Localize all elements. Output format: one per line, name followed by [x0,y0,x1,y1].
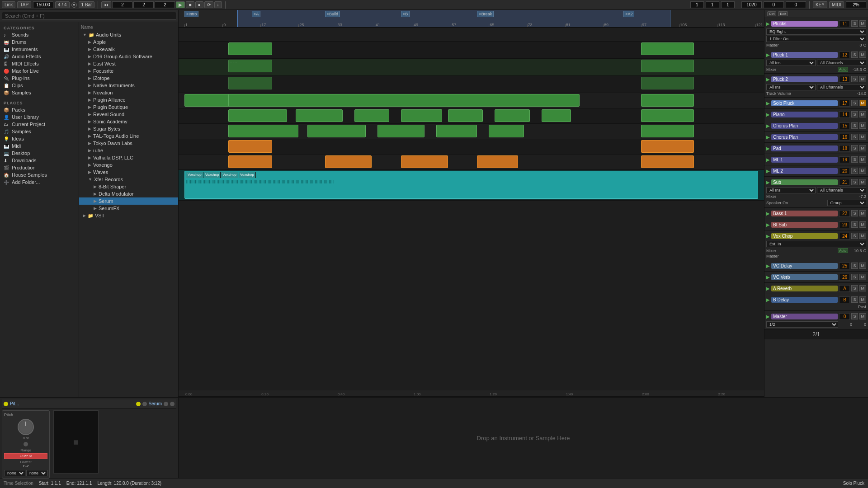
clip[interactable] [641,77,694,89]
pitch-dot[interactable] [24,442,28,446]
clip[interactable] [401,109,442,122]
midi-from[interactable]: none [4,470,25,476]
section-a[interactable]: >A [252,11,260,17]
clip[interactable] [228,94,580,107]
play-icon[interactable]: ▶ [766,297,770,302]
solo-button[interactable]: S [851,156,858,163]
mute-button[interactable]: M [859,296,867,303]
pos2-display[interactable]: 0 [786,1,806,8]
place-user-library[interactable]: 👤 User Library [0,113,79,121]
clip[interactable] [325,155,372,168]
play-icon[interactable]: ▶ [766,123,770,128]
clip[interactable] [401,155,448,168]
play-icon[interactable]: ▶ [766,21,770,26]
solo-button[interactable]: S [851,111,858,117]
place-packs[interactable]: 📦 Packs [0,106,79,113]
auto-button[interactable]: Auto [838,67,848,72]
section-a2[interactable]: >A2 [623,11,634,17]
browser-serumfx[interactable]: ▶ SerumFX [79,205,178,212]
mute-button[interactable]: M [859,52,867,58]
solo-button[interactable]: S [851,168,858,174]
group-select[interactable]: Group [827,200,866,206]
play-icon[interactable]: ▶ [766,234,770,239]
mute-button[interactable]: M [859,134,867,140]
browser-native-instruments[interactable]: ▶ Native Instruments [79,82,178,89]
play-icon[interactable]: ▶ [766,180,770,185]
place-current-project[interactable]: 🗂 Current Project [0,121,79,128]
bpm-display[interactable]: 150.00 [33,1,53,8]
key-button[interactable]: KEY [813,1,827,8]
cat-plugins[interactable]: 🔌 Plug-ins [0,75,79,82]
play-icon[interactable]: ▶ [766,263,770,268]
solo-button[interactable]: S [851,296,858,303]
clip[interactable] [377,125,425,137]
play-icon[interactable]: ▶ [766,135,770,140]
mute-button[interactable]: M [859,233,867,239]
solo-button[interactable]: S [851,285,858,291]
solo-button[interactable]: S [851,274,858,280]
midi-button[interactable]: MIDI [829,1,844,8]
solo-button[interactable]: S [851,52,858,58]
play-icon[interactable]: ▶ [766,222,770,227]
solo-button[interactable]: S [851,221,858,228]
play-icon[interactable]: ▶ [766,112,770,117]
mute-button[interactable]: M [859,111,867,117]
auto-button[interactable]: Auto [838,248,848,253]
clip[interactable] [354,109,390,122]
browser-serum[interactable]: ▶ Serum [79,197,178,205]
browser-sonic-academy[interactable]: ▶ Sonic Academy [79,118,178,125]
clip[interactable] [228,155,272,168]
ext-select[interactable]: Ext. In [766,241,866,247]
mute-button[interactable]: M [859,20,867,27]
cat-clips[interactable]: 📋 Clips [0,82,79,89]
browser-xfer[interactable]: ▼ Xfer Records [79,176,178,183]
midi-to[interactable]: none [26,470,47,476]
play-button[interactable]: ▶ [176,1,185,8]
solo-button[interactable]: S [851,233,858,239]
place-desktop[interactable]: 💻 Desktop [0,150,79,157]
clip[interactable] [228,77,272,89]
play-icon[interactable]: ▶ [766,286,770,291]
routing-select2[interactable]: All Channels [817,187,866,193]
clip[interactable] [641,42,694,55]
filter-select[interactable]: 1 Filter On [766,36,866,42]
power-dot2[interactable] [136,402,141,406]
time-sig[interactable]: 4 / 4 [55,1,69,8]
mute-button[interactable]: M [859,313,867,319]
mute-button[interactable]: M [859,168,867,174]
mute-button[interactable]: M [859,179,867,185]
solo-button[interactable]: S [851,100,858,106]
zoom-display[interactable]: 1020 [741,1,762,8]
browser-audio-units[interactable]: ▼ 📁 Audio Units [79,31,178,38]
pitch-knob[interactable] [18,419,34,435]
browser-tokyo[interactable]: ▶ Tokyo Dawn Labs [79,140,178,147]
place-production[interactable]: 🎬 Production [0,164,79,171]
play-icon[interactable]: ▶ [766,52,770,57]
clip[interactable] [641,109,694,122]
cat-audio-effects[interactable]: 🔊 Audio Effects [0,53,79,60]
ctrl-button[interactable]: Ctrl [767,11,776,16]
browser-uhe[interactable]: ▶ u-he [79,147,178,154]
clip[interactable] [641,140,694,153]
solo-button[interactable]: S [851,145,858,151]
play-icon[interactable]: ▶ [766,157,770,162]
routing-select[interactable]: All Ins [766,60,816,66]
clip[interactable] [489,125,524,137]
solo-button[interactable]: S [851,313,858,319]
section-intro[interactable]: >Intro [184,11,198,17]
clip[interactable] [184,94,231,107]
place-house-samples[interactable]: 🏠 House Samples [0,171,79,178]
solo-button[interactable]: S [851,134,858,140]
browser-apple[interactable]: ▶ Apple [79,38,178,46]
browser-cakewalk[interactable]: ▶ Cakewalk [79,46,178,53]
place-ideas[interactable]: 💡 Ideas [0,135,79,142]
clip[interactable] [436,125,477,137]
clip[interactable] [228,109,287,122]
power-dot[interactable] [4,402,8,406]
place-add-folder[interactable]: ➕ Add Folder... [0,178,79,186]
routing-select2[interactable]: All Channels [817,60,866,66]
mute-button[interactable]: M [859,210,867,216]
browser-sugar-bytes[interactable]: ▶ Sugar Bytes [79,125,178,132]
clip[interactable] [228,125,298,137]
mute-button[interactable]: M [859,285,867,291]
